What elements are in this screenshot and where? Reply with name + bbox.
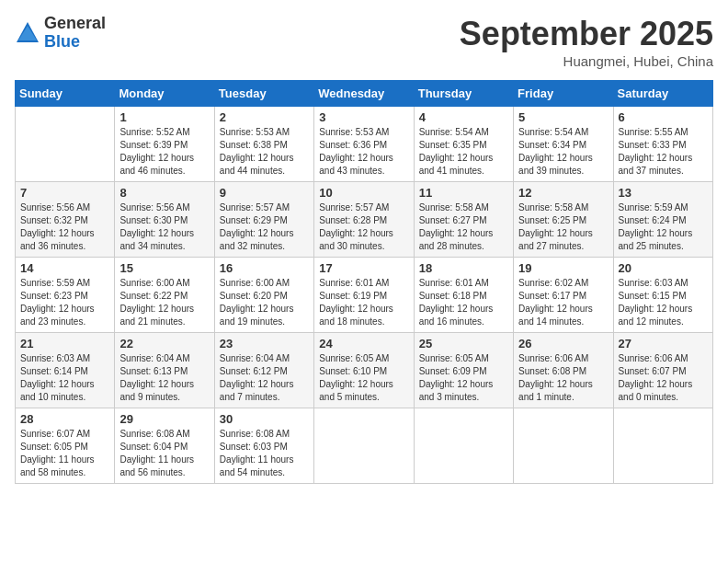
calendar-cell: 9Sunrise: 5:57 AM Sunset: 6:29 PM Daylig… xyxy=(214,182,313,258)
calendar-cell xyxy=(16,107,115,182)
calendar-cell: 11Sunrise: 5:58 AM Sunset: 6:27 PM Dayli… xyxy=(414,182,513,258)
calendar-cell: 4Sunrise: 5:54 AM Sunset: 6:35 PM Daylig… xyxy=(414,107,513,182)
calendar-cell: 13Sunrise: 5:59 AM Sunset: 6:24 PM Dayli… xyxy=(613,182,712,258)
month-title: September 2025 xyxy=(460,15,713,53)
calendar-cell: 27Sunrise: 6:06 AM Sunset: 6:07 PM Dayli… xyxy=(613,333,712,408)
day-info: Sunrise: 5:55 AM Sunset: 6:33 PM Dayligh… xyxy=(619,126,708,178)
calendar-cell: 28Sunrise: 6:07 AM Sunset: 6:05 PM Dayli… xyxy=(16,408,115,484)
logo-blue-text: Blue xyxy=(44,33,106,52)
day-number: 20 xyxy=(619,261,708,275)
day-info: Sunrise: 5:52 AM Sunset: 6:39 PM Dayligh… xyxy=(119,126,209,178)
day-number: 5 xyxy=(518,110,608,124)
day-number: 10 xyxy=(319,186,408,200)
day-number: 30 xyxy=(220,412,309,426)
calendar-cell: 12Sunrise: 5:58 AM Sunset: 6:25 PM Dayli… xyxy=(514,182,613,258)
day-info: Sunrise: 6:05 AM Sunset: 6:09 PM Dayligh… xyxy=(419,352,508,404)
day-number: 27 xyxy=(619,337,708,350)
day-number: 8 xyxy=(119,186,209,200)
day-number: 24 xyxy=(319,337,408,350)
calendar-cell: 15Sunrise: 6:00 AM Sunset: 6:22 PM Dayli… xyxy=(115,258,214,333)
day-number: 4 xyxy=(419,110,508,124)
day-number: 23 xyxy=(220,337,309,350)
day-info: Sunrise: 6:04 AM Sunset: 6:13 PM Dayligh… xyxy=(119,352,209,404)
logo-icon xyxy=(15,20,40,46)
weekday-header-monday: Monday xyxy=(115,81,214,107)
calendar-cell: 25Sunrise: 6:05 AM Sunset: 6:09 PM Dayli… xyxy=(414,333,513,408)
calendar-week-4: 21Sunrise: 6:03 AM Sunset: 6:14 PM Dayli… xyxy=(16,333,713,408)
calendar-cell: 20Sunrise: 6:03 AM Sunset: 6:15 PM Dayli… xyxy=(613,258,712,333)
calendar-cell: 7Sunrise: 5:56 AM Sunset: 6:32 PM Daylig… xyxy=(16,182,115,258)
calendar-cell: 24Sunrise: 6:05 AM Sunset: 6:10 PM Dayli… xyxy=(314,333,414,408)
day-number: 2 xyxy=(220,110,309,124)
calendar-cell: 8Sunrise: 5:56 AM Sunset: 6:30 PM Daylig… xyxy=(115,182,214,258)
day-number: 7 xyxy=(20,186,109,200)
day-info: Sunrise: 5:56 AM Sunset: 6:32 PM Dayligh… xyxy=(20,201,109,253)
day-info: Sunrise: 5:54 AM Sunset: 6:34 PM Dayligh… xyxy=(518,126,608,178)
calendar-cell: 6Sunrise: 5:55 AM Sunset: 6:33 PM Daylig… xyxy=(613,107,712,182)
calendar-cell: 5Sunrise: 5:54 AM Sunset: 6:34 PM Daylig… xyxy=(514,107,613,182)
day-number: 1 xyxy=(119,110,209,124)
day-info: Sunrise: 6:04 AM Sunset: 6:12 PM Dayligh… xyxy=(220,352,309,404)
day-info: Sunrise: 5:59 AM Sunset: 6:23 PM Dayligh… xyxy=(20,277,109,328)
day-info: Sunrise: 6:03 AM Sunset: 6:15 PM Dayligh… xyxy=(619,277,708,328)
weekday-header-wednesday: Wednesday xyxy=(314,81,414,107)
calendar-cell: 21Sunrise: 6:03 AM Sunset: 6:14 PM Dayli… xyxy=(16,333,115,408)
weekday-header-row: SundayMondayTuesdayWednesdayThursdayFrid… xyxy=(16,81,713,107)
calendar-cell xyxy=(514,408,613,484)
location: Huangmei, Hubei, China xyxy=(460,53,713,69)
calendar-cell: 17Sunrise: 6:01 AM Sunset: 6:19 PM Dayli… xyxy=(314,258,414,333)
calendar-week-5: 28Sunrise: 6:07 AM Sunset: 6:05 PM Dayli… xyxy=(16,408,713,484)
title-block: September 2025 Huangmei, Hubei, China xyxy=(460,15,713,69)
day-number: 3 xyxy=(319,110,408,124)
day-info: Sunrise: 6:02 AM Sunset: 6:17 PM Dayligh… xyxy=(518,277,608,328)
day-number: 11 xyxy=(419,186,508,200)
day-info: Sunrise: 6:06 AM Sunset: 6:07 PM Dayligh… xyxy=(619,352,708,404)
day-info: Sunrise: 5:58 AM Sunset: 6:25 PM Dayligh… xyxy=(518,201,608,253)
day-number: 19 xyxy=(518,261,608,275)
day-info: Sunrise: 5:53 AM Sunset: 6:36 PM Dayligh… xyxy=(319,126,408,178)
day-info: Sunrise: 6:00 AM Sunset: 6:22 PM Dayligh… xyxy=(119,277,209,328)
calendar-cell: 23Sunrise: 6:04 AM Sunset: 6:12 PM Dayli… xyxy=(214,333,313,408)
weekday-header-friday: Friday xyxy=(514,81,613,107)
calendar-cell: 29Sunrise: 6:08 AM Sunset: 6:04 PM Dayli… xyxy=(115,408,214,484)
day-number: 13 xyxy=(619,186,708,200)
day-number: 21 xyxy=(20,337,109,350)
calendar-cell: 10Sunrise: 5:57 AM Sunset: 6:28 PM Dayli… xyxy=(314,182,414,258)
day-number: 29 xyxy=(119,412,209,426)
calendar-cell: 2Sunrise: 5:53 AM Sunset: 6:38 PM Daylig… xyxy=(214,107,313,182)
calendar-cell: 18Sunrise: 6:01 AM Sunset: 6:18 PM Dayli… xyxy=(414,258,513,333)
weekday-header-saturday: Saturday xyxy=(613,81,712,107)
calendar-week-2: 7Sunrise: 5:56 AM Sunset: 6:32 PM Daylig… xyxy=(16,182,713,258)
day-info: Sunrise: 6:01 AM Sunset: 6:18 PM Dayligh… xyxy=(419,277,508,328)
day-number: 12 xyxy=(518,186,608,200)
day-number: 18 xyxy=(419,261,508,275)
weekday-header-tuesday: Tuesday xyxy=(214,81,313,107)
day-info: Sunrise: 5:54 AM Sunset: 6:35 PM Dayligh… xyxy=(419,126,508,178)
day-number: 26 xyxy=(518,337,608,350)
calendar-cell: 30Sunrise: 6:08 AM Sunset: 6:03 PM Dayli… xyxy=(214,408,313,484)
calendar-cell: 3Sunrise: 5:53 AM Sunset: 6:36 PM Daylig… xyxy=(314,107,414,182)
calendar-cell: 16Sunrise: 6:00 AM Sunset: 6:20 PM Dayli… xyxy=(214,258,313,333)
day-number: 25 xyxy=(419,337,508,350)
calendar-week-3: 14Sunrise: 5:59 AM Sunset: 6:23 PM Dayli… xyxy=(16,258,713,333)
day-info: Sunrise: 6:06 AM Sunset: 6:08 PM Dayligh… xyxy=(518,352,608,404)
day-number: 28 xyxy=(20,412,109,426)
weekday-header-thursday: Thursday xyxy=(414,81,513,107)
day-info: Sunrise: 6:08 AM Sunset: 6:04 PM Dayligh… xyxy=(119,428,209,479)
logo-text: General Blue xyxy=(44,15,106,52)
day-info: Sunrise: 5:57 AM Sunset: 6:28 PM Dayligh… xyxy=(319,201,408,253)
day-info: Sunrise: 5:59 AM Sunset: 6:24 PM Dayligh… xyxy=(619,201,708,253)
logo-general-text: General xyxy=(44,15,106,33)
calendar-table: SundayMondayTuesdayWednesdayThursdayFrid… xyxy=(15,80,713,484)
calendar-cell: 19Sunrise: 6:02 AM Sunset: 6:17 PM Dayli… xyxy=(514,258,613,333)
day-info: Sunrise: 6:00 AM Sunset: 6:20 PM Dayligh… xyxy=(220,277,309,328)
day-number: 22 xyxy=(119,337,209,350)
calendar-week-1: 1Sunrise: 5:52 AM Sunset: 6:39 PM Daylig… xyxy=(16,107,713,182)
day-number: 9 xyxy=(220,186,309,200)
day-number: 14 xyxy=(20,261,109,275)
day-info: Sunrise: 6:01 AM Sunset: 6:19 PM Dayligh… xyxy=(319,277,408,328)
calendar-cell xyxy=(414,408,513,484)
calendar-cell: 1Sunrise: 5:52 AM Sunset: 6:39 PM Daylig… xyxy=(115,107,214,182)
calendar-cell: 26Sunrise: 6:06 AM Sunset: 6:08 PM Dayli… xyxy=(514,333,613,408)
day-info: Sunrise: 6:08 AM Sunset: 6:03 PM Dayligh… xyxy=(220,428,309,479)
